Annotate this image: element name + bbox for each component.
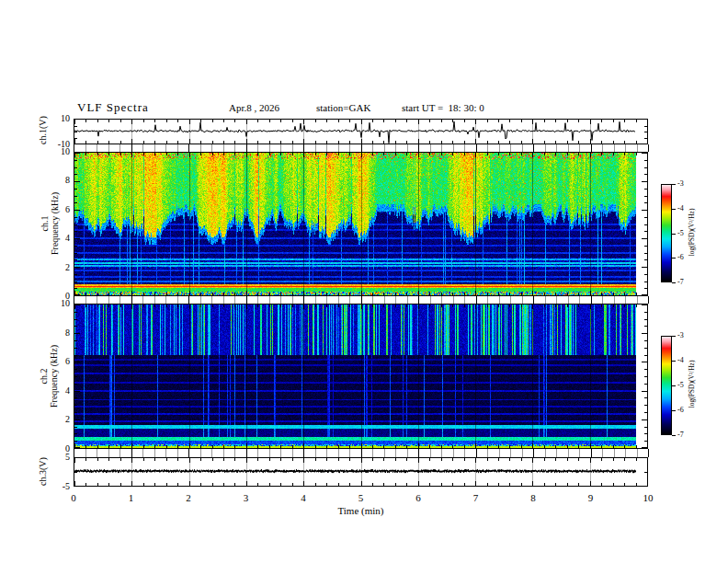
y-tick-label: 2: [39, 414, 70, 424]
minor-gap-tick: [292, 449, 293, 457]
minor-gap-tick: [614, 449, 615, 457]
minor-gap-tick: [165, 449, 166, 457]
minor-gap-tick: [464, 449, 465, 457]
minor-gap-tick: [579, 449, 580, 457]
minor-gap-tick: [441, 296, 442, 304]
minor-gap-tick: [292, 144, 293, 152]
ch2-colorbar-label: log(PSD)(V²/Hz): [688, 334, 696, 435]
colorbar-tick: [672, 258, 676, 259]
major-gap-tick: [648, 449, 649, 457]
minor-gap-tick: [315, 144, 316, 152]
minor-gap-tick: [453, 449, 454, 457]
minor-gap-tick: [602, 449, 603, 457]
minor-gap-tick: [326, 296, 327, 304]
y-tick-label: 8: [39, 175, 70, 185]
minor-gap-tick: [315, 449, 316, 457]
x-tick-label: 0: [60, 492, 87, 503]
major-gap-tick: [74, 449, 74, 457]
major-gap-tick: [131, 449, 132, 457]
minor-gap-tick: [372, 296, 373, 304]
y-tick-label: -5: [39, 481, 70, 491]
y-tick-label: 5: [39, 452, 70, 462]
minor-gap-tick: [545, 296, 546, 304]
minor-gap-tick: [625, 296, 626, 304]
minor-gap-tick: [280, 144, 281, 152]
minor-gap-tick: [384, 449, 385, 457]
minor-gap-tick: [97, 449, 97, 457]
minor-gap-tick: [108, 296, 109, 304]
minor-gap-tick: [372, 449, 373, 457]
major-gap-tick: [361, 144, 362, 152]
minor-gap-tick: [234, 296, 235, 304]
colorbar-tick-label: -3: [677, 331, 684, 339]
major-gap-tick: [533, 449, 534, 457]
major-gap-tick: [418, 144, 419, 152]
ch1-waveform-canvas: [74, 120, 647, 144]
minor-gap-tick: [154, 449, 155, 457]
minor-gap-tick: [384, 296, 385, 304]
ch1-colorbar: [661, 184, 672, 282]
minor-gap-tick: [602, 296, 603, 304]
major-gap-tick: [131, 296, 132, 304]
station-label: station=GAK: [316, 102, 370, 113]
minor-gap-tick: [349, 449, 350, 457]
minor-gap-tick: [510, 144, 511, 152]
minor-gap-tick: [430, 296, 431, 304]
minor-gap-tick: [349, 144, 350, 152]
major-gap-tick: [246, 144, 247, 152]
minor-gap-tick: [338, 449, 339, 457]
minor-gap-tick: [177, 449, 178, 457]
major-gap-tick: [533, 296, 534, 304]
minor-gap-tick: [395, 449, 396, 457]
major-gap-tick: [188, 144, 189, 152]
major-gap-tick: [131, 144, 132, 152]
major-gap-tick: [591, 296, 592, 304]
major-gap-tick: [303, 144, 304, 152]
colorbar-tick: [672, 234, 676, 235]
minor-gap-tick: [165, 296, 166, 304]
minor-gap-tick: [326, 144, 327, 152]
colorbar-tick: [672, 184, 676, 185]
colorbar-tick: [672, 282, 676, 283]
minor-gap-tick: [177, 144, 178, 152]
minor-gap-tick: [395, 144, 396, 152]
minor-gap-tick: [338, 296, 339, 304]
colorbar-tick-label: -6: [677, 406, 684, 414]
minor-gap-tick: [200, 296, 201, 304]
minor-gap-tick: [637, 144, 638, 152]
ch1-colorbar-label: log(PSD)(V²/Hz): [688, 182, 696, 283]
minor-gap-tick: [211, 296, 212, 304]
x-tick-label: 10: [634, 492, 662, 503]
colorbar-tick: [672, 336, 676, 337]
ch2-colorbar: [661, 336, 672, 435]
minor-gap-tick: [257, 144, 258, 152]
minor-gap-tick: [579, 296, 580, 304]
colorbar-tick-label: -5: [677, 381, 684, 389]
minor-gap-tick: [223, 144, 224, 152]
minor-gap-tick: [464, 296, 465, 304]
minor-gap-tick: [315, 296, 316, 304]
minor-gap-tick: [510, 449, 511, 457]
ch1-waveform-panel: [74, 119, 648, 144]
colorbar-tick: [672, 361, 676, 362]
x-axis-title: Time (min): [303, 505, 418, 516]
major-gap-tick: [188, 449, 189, 457]
ch3-voltage-axis-label: ch.3(V): [38, 426, 48, 518]
colorbar-tick: [672, 209, 676, 210]
vlf-spectra-figure: VLF Spectra Apr.8 , 2026 station=GAK sta…: [0, 0, 728, 563]
major-gap-tick: [361, 296, 362, 304]
y-tick-label: 2: [39, 262, 70, 272]
minor-gap-tick: [326, 449, 327, 457]
minor-gap-tick: [430, 449, 431, 457]
minor-gap-tick: [568, 449, 569, 457]
major-gap-tick: [533, 144, 534, 152]
minor-gap-tick: [441, 144, 442, 152]
minor-gap-tick: [441, 449, 442, 457]
major-gap-tick: [188, 296, 189, 304]
ch2-axis-frequency: Frequency (kHz): [49, 304, 59, 449]
minor-gap-tick: [545, 144, 546, 152]
minor-gap-tick: [487, 449, 488, 457]
minor-gap-tick: [154, 296, 155, 304]
minor-gap-tick: [602, 144, 603, 152]
y-tick-label: 6: [39, 356, 70, 366]
